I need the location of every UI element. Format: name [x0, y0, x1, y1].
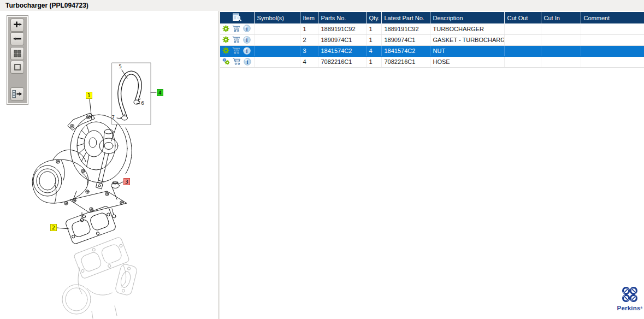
cell-qty[interactable]: 1 [366, 34, 381, 45]
cell-description[interactable]: GASKET - TURBOCHARGER [430, 34, 504, 45]
svg-text:i: i [246, 48, 248, 54]
column-header-cut-in: Cut In [541, 12, 581, 23]
add-to-cart-icon[interactable] [233, 58, 241, 66]
brand-name: Perkins® [616, 305, 644, 311]
callout-item-7: 7 [110, 114, 116, 121]
column-header-parts-no: Parts No. [318, 12, 366, 23]
row-actions-cell: i [220, 23, 254, 34]
column-header-cut-out: Cut Out [504, 12, 541, 23]
fit-view-button[interactable] [10, 61, 24, 74]
cell-symbols[interactable] [254, 56, 300, 67]
fit-square-icon [13, 63, 22, 72]
parts-catalog-window: Turbocharger (PPL094723) [0, 0, 644, 319]
zoom-in-button[interactable] [10, 19, 24, 32]
tile-view-button[interactable] [10, 47, 24, 60]
zoom-out-minus-icon [13, 34, 22, 44]
perkins-brand: Perkins® [616, 286, 644, 311]
diagram-pane: 1 2 3 4 5 6 7 [0, 11, 218, 319]
cell-cut-out[interactable] [504, 23, 541, 34]
cell-cut-in[interactable] [541, 23, 581, 34]
cell-cut-out[interactable] [504, 56, 541, 67]
cell-parts-no[interactable]: 1889191C92 [318, 23, 366, 34]
column-header-description: Description [430, 12, 504, 23]
cell-cut-out[interactable] [504, 45, 541, 56]
zoom-in-plus-icon [13, 20, 22, 30]
parts-row-2[interactable]: i 2 1890974C1 1 1890974C1 GASKET - TURBO… [220, 34, 644, 45]
cell-latest-part-no[interactable]: 7082216C1 [381, 56, 430, 67]
cell-item[interactable]: 1 [300, 23, 318, 34]
tile-grid-icon [13, 49, 22, 58]
cell-item[interactable]: 3 [300, 45, 318, 56]
column-header-item: Item [300, 12, 318, 23]
add-to-cart-icon[interactable] [232, 25, 240, 33]
parts-list-pane: Symbol(s) Item Parts No. Qty. Latest Par… [220, 11, 644, 319]
title-bar: Turbocharger (PPL094723) [0, 0, 644, 11]
row-actions-cell: i [220, 56, 254, 67]
column-header-image-search [220, 12, 254, 23]
column-header-comment: Comment [581, 12, 644, 23]
cell-qty[interactable]: 4 [366, 45, 381, 56]
callout-item-3[interactable]: 3 [123, 178, 130, 185]
diagram-toolbar [7, 16, 28, 104]
turbocharger-diagram[interactable] [0, 11, 218, 319]
cell-cut-out[interactable] [504, 34, 541, 45]
add-to-cart-icon[interactable] [232, 36, 240, 44]
callout-item-6: 6 [140, 100, 145, 107]
settings-gear-icon[interactable] [222, 47, 229, 55]
cell-comment[interactable] [581, 56, 644, 67]
row-actions-cell: i [220, 34, 254, 45]
svg-text:i: i [247, 58, 249, 64]
cell-description[interactable]: NUT [430, 45, 504, 56]
cell-comment[interactable] [581, 45, 644, 56]
parts-row-4[interactable]: i 4 7082216C1 1 7082216C1 HOSE [220, 56, 644, 67]
parts-row-3-selected[interactable]: i 3 1841574C2 4 1841574C2 NUT [220, 45, 644, 56]
cell-latest-part-no[interactable]: 1841574C2 [381, 45, 430, 56]
parts-row-1[interactable]: i 1 1889191C92 1 1889191C92 TURBOCHARGER [220, 23, 644, 34]
callout-item-4[interactable]: 4 [157, 89, 163, 96]
cell-comment[interactable] [581, 34, 644, 45]
cell-cut-in[interactable] [541, 34, 581, 45]
info-icon[interactable]: i [243, 47, 251, 56]
cell-symbols[interactable] [254, 34, 300, 45]
add-to-cart-icon[interactable] [232, 47, 240, 55]
page-title: Turbocharger (PPL094723) [5, 2, 88, 9]
callout-item-2[interactable]: 2 [50, 224, 57, 231]
settings-gears-multi-icon[interactable] [222, 58, 230, 66]
cell-parts-no[interactable]: 1841574C2 [318, 45, 366, 56]
cell-comment[interactable] [581, 23, 644, 34]
info-icon[interactable]: i [244, 58, 251, 67]
cell-parts-no[interactable]: 1890974C1 [318, 34, 366, 45]
column-header-qty: Qty. [366, 12, 381, 23]
column-header-symbols: Symbol(s) [254, 12, 300, 23]
cell-item[interactable]: 4 [300, 56, 318, 67]
cell-symbols[interactable] [254, 23, 300, 34]
column-header-latest-part-no: Latest Part No. [381, 12, 430, 23]
settings-gear-icon[interactable] [222, 36, 229, 44]
svg-text:i: i [246, 37, 248, 43]
table-header-row: Symbol(s) Item Parts No. Qty. Latest Par… [220, 12, 644, 23]
cell-latest-part-no[interactable]: 1889191C92 [381, 23, 430, 34]
cell-latest-part-no[interactable]: 1890974C1 [381, 34, 430, 45]
registered-mark: ® [641, 306, 643, 310]
cell-cut-in[interactable] [541, 45, 581, 56]
zoom-out-button[interactable] [10, 32, 24, 45]
parts-table: Symbol(s) Item Parts No. Qty. Latest Par… [220, 12, 644, 68]
cell-description[interactable]: HOSE [430, 56, 504, 67]
cell-item[interactable]: 2 [300, 34, 318, 45]
svg-text:i: i [246, 26, 248, 32]
perkins-logo-icon [622, 295, 638, 304]
row-actions-cell: i [220, 45, 254, 56]
callout-item-5: 5 [117, 63, 123, 70]
image-search-icon [232, 16, 242, 23]
info-icon[interactable]: i [243, 25, 251, 33]
cell-qty[interactable]: 1 [366, 23, 381, 34]
callout-item-1[interactable]: 1 [86, 92, 92, 99]
cell-description[interactable]: TURBOCHARGER [430, 23, 504, 34]
info-icon[interactable]: i [243, 36, 251, 45]
cell-parts-no[interactable]: 7082216C1 [318, 56, 366, 67]
cell-qty[interactable]: 1 [366, 56, 381, 67]
toggle-parts-table-button[interactable] [10, 87, 24, 101]
settings-gear-icon[interactable] [222, 25, 229, 33]
cell-cut-in[interactable] [541, 56, 581, 67]
cell-symbols[interactable] [254, 45, 300, 56]
